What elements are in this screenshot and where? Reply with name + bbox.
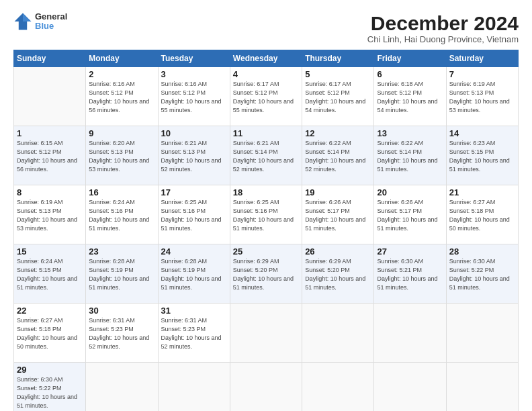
table-row: 13Sunrise: 6:22 AMSunset: 5:14 PMDayligh…	[374, 126, 446, 185]
day-number: 15	[17, 246, 83, 257]
table-row: 1Sunrise: 6:15 AMSunset: 5:12 PMDaylight…	[14, 126, 86, 185]
day-number: 3	[161, 69, 227, 79]
day-number: 10	[161, 128, 227, 138]
day-number: 17	[161, 187, 227, 197]
day-info: Sunrise: 6:26 AMSunset: 5:17 PMDaylight:…	[305, 198, 371, 233]
table-row: 28Sunrise: 6:30 AMSunset: 5:22 PMDayligh…	[446, 244, 518, 304]
day-info: Sunrise: 6:21 AMSunset: 5:14 PMDaylight:…	[233, 139, 299, 174]
table-row: 30Sunrise: 6:31 AMSunset: 5:23 PMDayligh…	[86, 304, 158, 363]
day-number: 30	[89, 306, 154, 316]
day-number: 16	[89, 187, 154, 197]
day-number: 9	[89, 128, 154, 138]
calendar-row: 1Sunrise: 6:15 AMSunset: 5:12 PMDaylight…	[14, 126, 519, 185]
table-row: 19Sunrise: 6:26 AMSunset: 5:17 PMDayligh…	[302, 185, 374, 244]
table-row	[230, 304, 302, 363]
day-number: 8	[17, 187, 83, 197]
table-row: 4Sunrise: 6:17 AMSunset: 5:12 PMDaylight…	[230, 67, 302, 126]
day-info: Sunrise: 6:30 AMSunset: 5:22 PMDaylight:…	[449, 257, 515, 292]
day-info: Sunrise: 6:20 AMSunset: 5:13 PMDaylight:…	[89, 139, 154, 174]
day-info: Sunrise: 6:26 AMSunset: 5:17 PMDaylight:…	[377, 198, 443, 233]
calendar-row: 15Sunrise: 6:24 AMSunset: 5:15 PMDayligh…	[14, 244, 519, 304]
day-number: 13	[377, 128, 443, 138]
calendar-subtitle: Chi Linh, Hai Duong Province, Vietnam	[367, 34, 519, 44]
header-row: Sunday Monday Tuesday Wednesday Thursday…	[14, 50, 519, 67]
table-row	[374, 363, 446, 412]
day-number: 6	[377, 69, 443, 79]
table-row: 8Sunrise: 6:19 AMSunset: 5:13 PMDaylight…	[14, 185, 86, 244]
day-info: Sunrise: 6:16 AMSunset: 5:12 PMDaylight:…	[161, 80, 227, 115]
header-monday: Monday	[86, 50, 158, 67]
day-info: Sunrise: 6:22 AMSunset: 5:14 PMDaylight:…	[377, 139, 443, 174]
day-number: 27	[377, 246, 443, 257]
day-number: 12	[305, 128, 371, 138]
table-row: 21Sunrise: 6:27 AMSunset: 5:18 PMDayligh…	[446, 185, 518, 244]
day-info: Sunrise: 6:15 AMSunset: 5:12 PMDaylight:…	[17, 139, 83, 174]
table-row	[446, 304, 518, 363]
day-info: Sunrise: 6:23 AMSunset: 5:15 PMDaylight:…	[449, 139, 515, 174]
table-row: 26Sunrise: 6:29 AMSunset: 5:20 PMDayligh…	[302, 244, 374, 304]
table-row: 11Sunrise: 6:21 AMSunset: 5:14 PMDayligh…	[230, 126, 302, 185]
table-row: 27Sunrise: 6:30 AMSunset: 5:21 PMDayligh…	[374, 244, 446, 304]
table-row: 5Sunrise: 6:17 AMSunset: 5:12 PMDaylight…	[302, 67, 374, 126]
day-number: 24	[161, 246, 227, 257]
table-row	[230, 363, 302, 412]
day-number: 22	[17, 306, 83, 316]
day-number: 31	[161, 306, 227, 316]
day-number: 29	[17, 365, 83, 375]
table-row: 9Sunrise: 6:20 AMSunset: 5:13 PMDaylight…	[86, 126, 158, 185]
day-info: Sunrise: 6:30 AMSunset: 5:22 PMDaylight:…	[17, 375, 83, 410]
day-number: 14	[449, 128, 515, 138]
table-row	[374, 304, 446, 363]
day-info: Sunrise: 6:25 AMSunset: 5:16 PMDaylight:…	[161, 198, 227, 233]
calendar-row: 22Sunrise: 6:27 AMSunset: 5:18 PMDayligh…	[14, 304, 519, 363]
logo: General Blue	[13, 12, 67, 32]
day-info: Sunrise: 6:27 AMSunset: 5:18 PMDaylight:…	[449, 198, 515, 233]
day-number: 4	[233, 69, 299, 79]
table-row: 7Sunrise: 6:19 AMSunset: 5:13 PMDaylight…	[446, 67, 518, 126]
day-info: Sunrise: 6:17 AMSunset: 5:12 PMDaylight:…	[305, 80, 371, 115]
table-row: 22Sunrise: 6:27 AMSunset: 5:18 PMDayligh…	[14, 304, 86, 363]
header-sunday: Sunday	[14, 50, 86, 67]
day-number: 20	[377, 187, 443, 197]
day-info: Sunrise: 6:31 AMSunset: 5:23 PMDaylight:…	[89, 316, 154, 351]
title-block: December 2024 Chi Linh, Hai Duong Provin…	[367, 12, 519, 44]
header: General Blue December 2024 Chi Linh, Hai…	[13, 12, 519, 44]
day-info: Sunrise: 6:19 AMSunset: 5:13 PMDaylight:…	[449, 80, 515, 115]
table-row	[302, 363, 374, 412]
table-row: 29Sunrise: 6:30 AMSunset: 5:22 PMDayligh…	[14, 363, 86, 412]
day-number: 11	[233, 128, 299, 138]
day-number: 5	[305, 69, 371, 79]
page: General Blue December 2024 Chi Linh, Hai…	[0, 0, 532, 411]
day-info: Sunrise: 6:29 AMSunset: 5:20 PMDaylight:…	[305, 257, 371, 292]
day-info: Sunrise: 6:18 AMSunset: 5:12 PMDaylight:…	[377, 80, 443, 115]
table-row: 16Sunrise: 6:24 AMSunset: 5:16 PMDayligh…	[86, 185, 158, 244]
logo-text: General Blue	[35, 12, 67, 32]
day-number: 7	[449, 69, 515, 79]
day-info: Sunrise: 6:24 AMSunset: 5:16 PMDaylight:…	[89, 198, 154, 233]
table-row	[446, 363, 518, 412]
day-info: Sunrise: 6:25 AMSunset: 5:16 PMDaylight:…	[233, 198, 299, 233]
calendar-row: 29Sunrise: 6:30 AMSunset: 5:22 PMDayligh…	[14, 363, 519, 412]
table-row: 17Sunrise: 6:25 AMSunset: 5:16 PMDayligh…	[158, 185, 230, 244]
table-row: 18Sunrise: 6:25 AMSunset: 5:16 PMDayligh…	[230, 185, 302, 244]
day-info: Sunrise: 6:28 AMSunset: 5:19 PMDaylight:…	[161, 257, 227, 292]
calendar-table: Sunday Monday Tuesday Wednesday Thursday…	[13, 50, 519, 411]
header-saturday: Saturday	[446, 50, 518, 67]
day-number: 23	[89, 246, 154, 257]
table-row: 2Sunrise: 6:16 AMSunset: 5:12 PMDaylight…	[86, 67, 158, 126]
table-row: 15Sunrise: 6:24 AMSunset: 5:15 PMDayligh…	[14, 244, 86, 304]
calendar-row: 8Sunrise: 6:19 AMSunset: 5:13 PMDaylight…	[14, 185, 519, 244]
header-thursday: Thursday	[302, 50, 374, 67]
table-row: 31Sunrise: 6:31 AMSunset: 5:23 PMDayligh…	[158, 304, 230, 363]
table-row: 12Sunrise: 6:22 AMSunset: 5:14 PMDayligh…	[302, 126, 374, 185]
table-row	[158, 363, 230, 412]
table-row: 20Sunrise: 6:26 AMSunset: 5:17 PMDayligh…	[374, 185, 446, 244]
day-number: 2	[89, 69, 154, 79]
table-row: 3Sunrise: 6:16 AMSunset: 5:12 PMDaylight…	[158, 67, 230, 126]
calendar-row: 2Sunrise: 6:16 AMSunset: 5:12 PMDaylight…	[14, 67, 519, 126]
table-row	[86, 363, 158, 412]
day-info: Sunrise: 6:19 AMSunset: 5:13 PMDaylight:…	[17, 198, 83, 233]
day-number: 26	[305, 246, 371, 257]
day-info: Sunrise: 6:31 AMSunset: 5:23 PMDaylight:…	[161, 316, 227, 351]
header-wednesday: Wednesday	[230, 50, 302, 67]
